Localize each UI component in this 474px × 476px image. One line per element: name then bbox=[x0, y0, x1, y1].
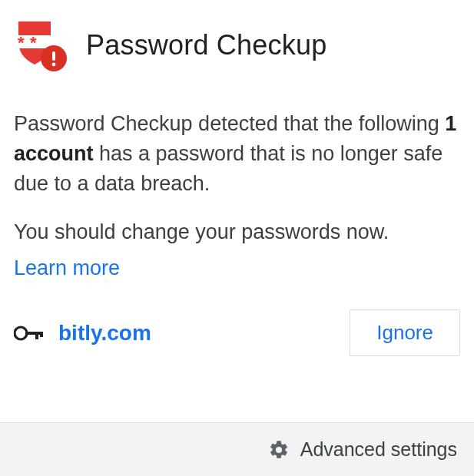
svg-point-5 bbox=[52, 63, 56, 67]
ignore-button[interactable]: Ignore bbox=[350, 309, 460, 356]
advanced-settings-link[interactable]: Advanced settings bbox=[300, 438, 457, 461]
svg-rect-7 bbox=[25, 332, 42, 335]
warning-text-pre: Password Checkup detected that the follo… bbox=[14, 112, 445, 135]
learn-more-link[interactable]: Learn more bbox=[14, 256, 460, 280]
dialog-body: * * Password Checkup Password Checkup de… bbox=[0, 0, 474, 422]
svg-text:*: * bbox=[18, 33, 25, 52]
account-row: bitly.com Ignore bbox=[14, 309, 460, 356]
gear-icon bbox=[268, 439, 290, 461]
svg-text:*: * bbox=[30, 33, 37, 52]
key-icon bbox=[14, 323, 43, 343]
account-info: bitly.com bbox=[14, 321, 151, 345]
svg-point-6 bbox=[15, 327, 27, 339]
warning-message: Password Checkup detected that the follo… bbox=[14, 109, 460, 199]
svg-rect-4 bbox=[52, 51, 55, 61]
account-site-link[interactable]: bitly.com bbox=[58, 321, 151, 345]
password-shield-alert-icon: * * bbox=[14, 18, 68, 72]
advice-text: You should change your passwords now. bbox=[14, 220, 460, 244]
svg-rect-9 bbox=[40, 332, 43, 337]
svg-rect-8 bbox=[35, 332, 38, 339]
dialog-title: Password Checkup bbox=[86, 29, 326, 61]
footer: Advanced settings bbox=[0, 422, 474, 476]
header: * * Password Checkup bbox=[14, 18, 460, 72]
